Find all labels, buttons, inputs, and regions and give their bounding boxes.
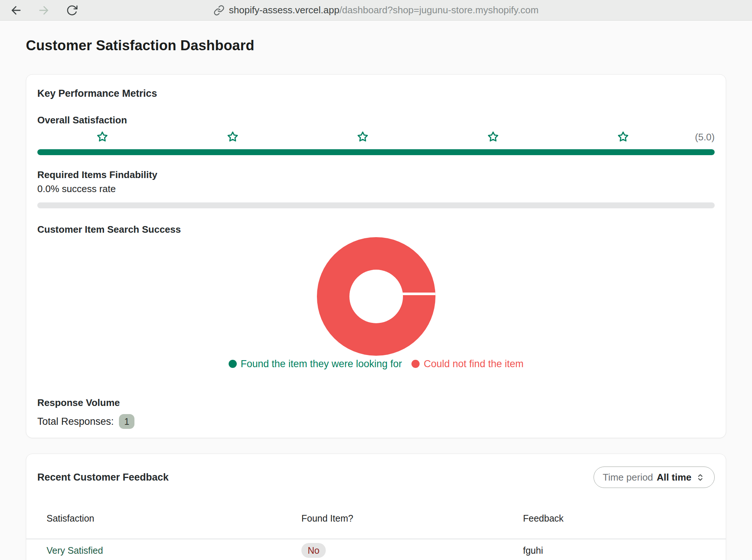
found-item-cell: No [281,543,503,558]
found-item-badge: No [301,543,326,558]
star-icon [616,130,630,144]
total-responses-badge: 1 [119,414,134,429]
browser-toolbar: shopify-assess.vercel.app/dashboard?shop… [0,0,752,21]
time-period-label: Time period [603,472,653,483]
legend-label: Could not find the item [424,358,523,370]
rating-value: (5.0) [688,132,715,143]
address-bar[interactable]: shopify-assess.vercel.app/dashboard?shop… [213,4,539,16]
chart-legend: Found the item they were looking forCoul… [37,356,715,372]
select-chevrons-icon [695,472,705,482]
donut-chart-wrap [37,237,715,356]
page-title: Customer Satisfaction Dashboard [26,38,726,54]
forward-arrow-icon [38,4,50,17]
response-volume-label: Response Volume [37,396,715,409]
donut-segment-gap [401,293,435,295]
star-icon [226,130,239,144]
findability-progress-track [37,202,715,208]
metrics-heading: Key Performance Metrics [37,87,715,100]
reload-icon[interactable] [66,4,78,17]
star-icon [96,130,109,144]
findability-label: Required Items Findability [37,168,715,181]
legend-item[interactable]: Could not find the item [411,358,523,370]
url-text: shopify-assess.vercel.app/dashboard?shop… [229,4,539,16]
satisfaction-cell: Very Satisfied [26,545,281,556]
table-row[interactable]: Very SatisfiedNofguhi [26,539,726,560]
feedback-heading: Recent Customer Feedback [37,471,169,484]
time-period-value: All time [657,472,691,483]
feedback-table: SatisfactionFound Item?Feedback Very Sat… [26,505,726,560]
column-header: Feedback [503,505,726,539]
total-responses-label: Total Responses: [37,416,114,427]
satisfaction-progress-track [37,149,715,155]
link-icon [213,5,225,16]
satisfaction-stars-row: (5.0) [37,129,715,146]
total-responses-row: Total Responses: 1 [37,414,715,429]
url-path: /dashboard?shop=jugunu-store.myshopify.c… [339,4,539,16]
donut-chart [317,237,435,356]
key-performance-metrics-card: Key Performance Metrics Overall Satisfac… [26,74,726,438]
recent-feedback-card: Recent Customer Feedback Time period All… [26,454,726,560]
column-header: Satisfaction [26,505,281,539]
column-header: Found Item? [281,505,503,539]
star-icon [356,130,369,144]
back-arrow-icon[interactable] [10,4,22,17]
legend-dot-icon [411,360,420,368]
url-host: shopify-assess.vercel.app [229,4,339,16]
star-rating [37,130,688,144]
time-period-select[interactable]: Time period All time [594,467,715,488]
feedback-table-header: SatisfactionFound Item?Feedback [26,505,726,539]
legend-label: Found the item they were looking for [241,358,402,370]
legend-item[interactable]: Found the item they were looking for [229,358,402,370]
satisfaction-progress-fill [37,149,715,155]
star-icon [486,130,500,144]
feedback-cell: fguhi [503,545,726,556]
search-success-label: Customer Item Search Success [37,223,715,236]
findability-value: 0.0% success rate [37,182,715,195]
overall-satisfaction-label: Overall Satisfaction [37,114,715,126]
legend-dot-icon [229,360,237,368]
